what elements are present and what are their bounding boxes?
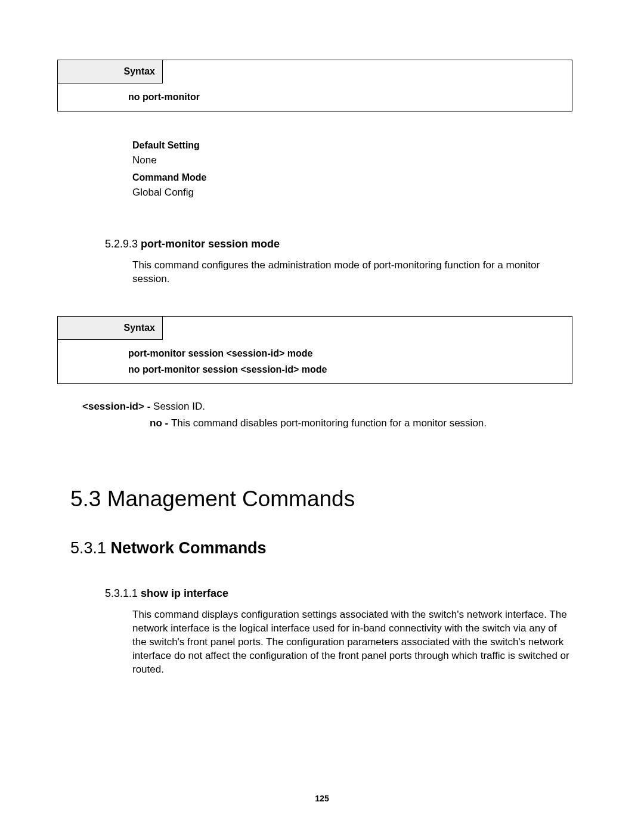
subsection-5-3-1-title: Network Commands — [111, 539, 267, 557]
param-session-id-term: <session-id> - — [82, 401, 153, 412]
syntax-box-2-line-0: port-monitor session <session-id> mode — [128, 346, 561, 361]
subsection-5-2-9-3-title: port-monitor session mode — [141, 238, 280, 250]
default-setting-label: Default Setting — [132, 140, 572, 151]
command-mode-value: Global Config — [132, 187, 572, 199]
param-no: no - This command disables port-monitori… — [150, 417, 572, 429]
syntax-box-2-body: port-monitor session <session-id> mode n… — [58, 340, 572, 383]
syntax-box-1-header: Syntax — [58, 60, 163, 83]
param-session-id: <session-id> - Session ID. — [82, 401, 572, 413]
param-no-desc: This command disables port-monitoring fu… — [171, 417, 487, 429]
default-setting-value: None — [132, 154, 572, 166]
subsection-5-3-1-1-num: 5.3.1.1 — [105, 587, 138, 599]
subsection-5-2-9-3-para: This command configures the administrati… — [132, 259, 572, 286]
syntax-box-1-body: no port-monitor — [58, 83, 572, 111]
syntax-box-2-header: Syntax — [58, 317, 163, 340]
subsection-5-3-1-1-para: This command displays configuration sett… — [132, 608, 572, 677]
subsection-5-3-1-num: 5.3.1 — [70, 539, 106, 557]
syntax-box-1-line-0: no port-monitor — [128, 89, 561, 105]
subsection-5-3-1-1-heading: 5.3.1.1 show ip interface — [105, 587, 572, 600]
syntax-box-1: Syntax no port-monitor — [57, 60, 572, 112]
subsection-5-3-1-1-title: show ip interface — [141, 587, 228, 599]
param-no-term: no - — [150, 417, 171, 429]
param-session-id-desc: Session ID. — [153, 401, 205, 412]
section-5-3-heading: 5.3 Management Commands — [70, 487, 572, 512]
command-mode-label: Command Mode — [132, 172, 572, 183]
subsection-5-2-9-3-heading: 5.2.9.3 port-monitor session mode — [105, 238, 572, 250]
syntax-box-2-line-1: no port-monitor session <session-id> mod… — [128, 362, 561, 377]
page-number: 125 — [0, 794, 644, 803]
subsection-5-2-9-3-num: 5.2.9.3 — [105, 238, 138, 250]
subsection-5-3-1-heading: 5.3.1 Network Commands — [70, 539, 572, 558]
syntax-box-2: Syntax port-monitor session <session-id>… — [57, 316, 572, 384]
